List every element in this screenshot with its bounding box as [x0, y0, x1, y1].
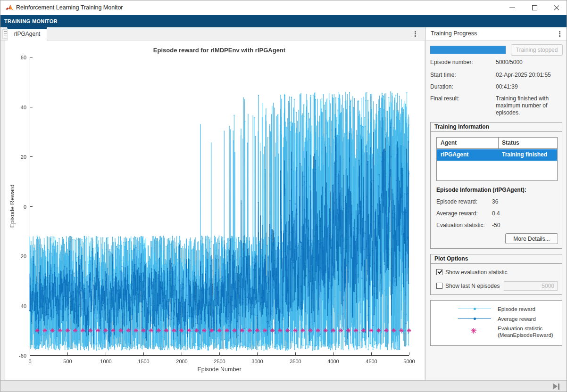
- minimize-icon: [509, 8, 515, 8]
- duration-value: 00:41:39: [496, 83, 567, 90]
- window-title: Reinforcement Learning Training Monitor: [16, 4, 123, 11]
- show-last-n-episodes-label: Show last N episodes: [445, 283, 500, 289]
- figure: [5, 41, 424, 380]
- toolstrip: TRAINING MONITOR: [0, 15, 567, 27]
- evaluation-statistic-value: -50: [492, 222, 500, 229]
- evaluation-statistic-label: Evaluation statistic:: [436, 222, 485, 229]
- close-button[interactable]: [546, 0, 567, 15]
- agent-column-header: Agent: [441, 139, 457, 146]
- average-reward-value: 0.4: [492, 210, 500, 217]
- bottom-bar: [0, 380, 567, 392]
- matlab-logo-icon: [6, 4, 14, 12]
- episode-reward-chart[interactable]: [5, 41, 424, 380]
- episode-reward-label: Episode reward:: [436, 198, 477, 205]
- start-time-value: 02-Apr-2025 20:01:55: [496, 72, 567, 79]
- plot-options-title: Plot Options: [431, 254, 562, 264]
- training-stopped-button[interactable]: Training stopped: [511, 44, 563, 56]
- summary-row: Duration: 00:41:39: [430, 83, 453, 90]
- summary-row: Episode number: 5000/5000: [430, 59, 473, 65]
- table-row[interactable]: rlPGAgent Training finished: [437, 149, 557, 161]
- panel-menu-icon[interactable]: [555, 30, 564, 39]
- duration-label: Duration:: [430, 83, 453, 90]
- table-header-row: Agent Status: [437, 138, 557, 149]
- episode-reward-value: 36: [492, 198, 498, 205]
- document-tab-bar: rlPGAgent: [0, 27, 425, 41]
- average-reward-label: Average reward:: [436, 210, 478, 217]
- progress-fill: [430, 46, 506, 54]
- agent-status-table: Agent Status rlPGAgent Training finished: [436, 137, 558, 181]
- last-n-episodes-input[interactable]: [504, 281, 558, 291]
- title-bar: Reinforcement Learning Training Monitor: [0, 0, 567, 15]
- panel-title: Training Progress: [431, 30, 477, 37]
- summary-row: Final result: Training finished with max…: [430, 95, 459, 102]
- training-information-title: Training Information: [431, 122, 562, 132]
- show-evaluation-statistic-checkbox[interactable]: [436, 269, 442, 275]
- show-evaluation-statistic-label: Show evaluation statistic: [445, 269, 507, 276]
- document-area: [0, 41, 425, 380]
- legend-average-reward: Average reward: [498, 316, 536, 322]
- chart-legend: Episode reward Average reward Evaluation…: [430, 300, 562, 346]
- expand-panel-icon[interactable]: [553, 384, 560, 390]
- plot-options-group: Plot Options Show evaluation statistic S…: [430, 254, 562, 295]
- tab-rlpgagent[interactable]: rlPGAgent: [7, 27, 47, 41]
- training-progress-header: Training Progress: [425, 27, 567, 41]
- training-information-group: Training Information Agent Status rlPGAg…: [430, 122, 562, 249]
- rl-training-monitor-window: Reinforcement Learning Training Monitor …: [0, 0, 567, 392]
- minimize-button[interactable]: [502, 0, 523, 15]
- evaluation-statistic-asterisk-icon: [470, 327, 477, 334]
- training-progress-bar: [430, 46, 506, 54]
- status-column-header: Status: [502, 139, 519, 146]
- maximize-button[interactable]: [524, 0, 545, 15]
- more-details-button[interactable]: More Details...: [505, 233, 558, 244]
- final-result-value: Training finished with maximum number of…: [496, 95, 567, 116]
- training-progress-panel: Training stopped Episode number: 5000/50…: [425, 41, 567, 380]
- final-result-label: Final result:: [430, 95, 459, 102]
- episode-number-value: 5000/5000: [496, 59, 567, 66]
- document-menu-icon[interactable]: [411, 30, 419, 39]
- summary-row: Start time: 02-Apr-2025 20:01:55: [430, 72, 456, 78]
- show-last-n-episodes-checkbox[interactable]: [436, 283, 442, 289]
- maximize-icon: [532, 5, 537, 10]
- legend-evaluation-statistic: Evaluation statistic (MeanEpisodeReward): [498, 325, 553, 338]
- agent-cell: rlPGAgent: [441, 151, 468, 158]
- tab-training-monitor[interactable]: TRAINING MONITOR: [4, 15, 58, 27]
- legend-episode-reward: Episode reward: [498, 306, 535, 312]
- start-time-label: Start time:: [430, 72, 456, 78]
- status-cell: Training finished: [502, 151, 547, 158]
- episode-number-label: Episode number:: [430, 59, 473, 65]
- episode-information-title: Episode Information (rlPGAgent):: [436, 187, 526, 193]
